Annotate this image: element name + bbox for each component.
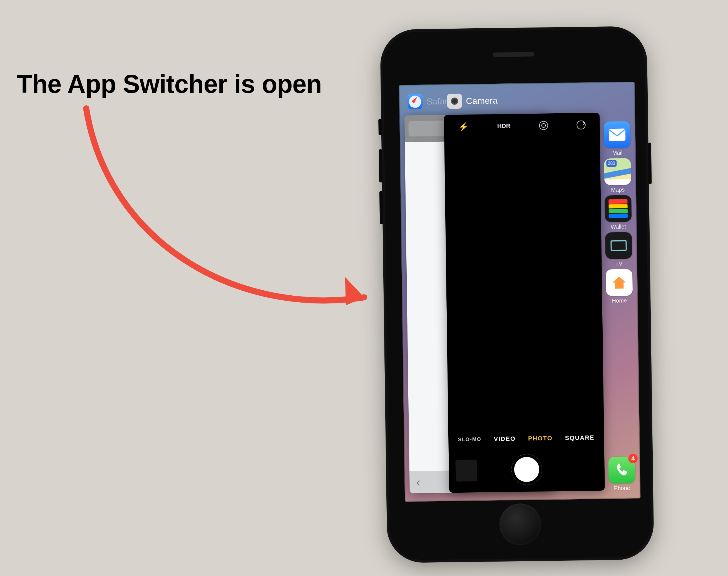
earpiece-speaker [493, 52, 535, 57]
mode-slomo[interactable]: SLO-MO [458, 436, 481, 442]
wallet-icon [605, 195, 632, 222]
app-label-tv: TV [615, 261, 623, 267]
camera-top-controls: ⚡ HDR [444, 113, 600, 139]
home-app-icon [606, 269, 633, 296]
mail-icon [604, 121, 631, 148]
app-tv[interactable]: TV [603, 232, 635, 267]
app-label-home: Home [612, 297, 627, 304]
power-button[interactable] [648, 143, 651, 184]
iphone-device: Safari ‹ Camera [380, 26, 654, 563]
maps-icon [604, 158, 631, 185]
mute-switch[interactable] [378, 119, 382, 135]
camera-mode-strip[interactable]: SLO-MO VIDEO PHOTO SQUARE [448, 434, 604, 443]
phone-bezel: Safari ‹ Camera [383, 29, 651, 560]
annotation-arrow [67, 89, 400, 339]
card-label-camera: Camera [466, 95, 498, 106]
camera-bottom-controls [449, 446, 605, 493]
app-label-maps: Maps [611, 187, 624, 193]
app-label-mail: Mail [612, 150, 622, 156]
home-button[interactable] [499, 503, 541, 545]
card-header-safari: Safari [408, 94, 450, 109]
back-icon: ‹ [416, 475, 420, 489]
card-label-safari: Safari [426, 96, 450, 107]
app-label-phone: Phone [614, 485, 630, 492]
dock[interactable]: 4 Phone [606, 457, 638, 492]
screen[interactable]: Safari ‹ Camera [399, 82, 640, 502]
phone-app-icon: 4 [608, 457, 635, 484]
volume-down[interactable] [380, 191, 383, 224]
shutter-button[interactable] [511, 454, 542, 485]
camera-icon [447, 94, 462, 109]
app-home[interactable]: Home [604, 269, 635, 304]
app-wallet[interactable]: Wallet [603, 195, 634, 230]
hdr-toggle[interactable]: HDR [497, 122, 511, 130]
flash-icon[interactable]: ⚡ [458, 122, 469, 132]
app-mail[interactable]: Mail [601, 121, 633, 156]
safari-icon [408, 94, 423, 110]
last-photo-thumbnail[interactable] [455, 460, 477, 482]
mode-video[interactable]: VIDEO [494, 435, 515, 443]
svg-marker-0 [340, 277, 367, 308]
volume-up[interactable] [379, 149, 383, 182]
app-card-camera[interactable]: ⚡ HDR SLO-MO VIDEO PHOTO SQUARE [444, 113, 605, 493]
tv-icon [605, 232, 632, 259]
app-phone[interactable]: 4 Phone [606, 457, 638, 492]
app-label-wallet: Wallet [611, 224, 626, 230]
mode-photo[interactable]: PHOTO [528, 435, 553, 442]
svg-rect-1 [609, 128, 626, 141]
app-maps[interactable]: Maps [602, 158, 634, 193]
live-photo-icon[interactable] [539, 121, 548, 130]
home-screen-icons[interactable]: Mail Maps Wallet [601, 121, 635, 304]
card-header-camera: Camera [447, 93, 498, 109]
mode-square[interactable]: SQUARE [565, 434, 594, 441]
phone-badge: 4 [628, 454, 638, 463]
timer-icon[interactable] [577, 121, 585, 129]
